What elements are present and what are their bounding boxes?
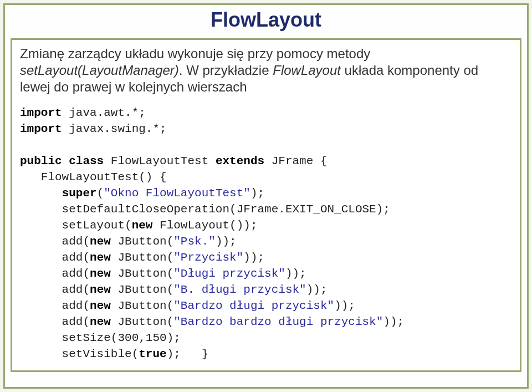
code-text: JButton( [111, 283, 173, 296]
code-text: add( [20, 299, 90, 312]
code-kw: new [90, 267, 111, 280]
code-text: )); [243, 251, 264, 264]
code-text: JButton( [111, 315, 173, 328]
code-text: FlowLayout()); [152, 219, 257, 232]
slide-outer-frame: FlowLayout Zmianę zarządcy układu wykonu… [3, 3, 529, 389]
code-kw: new [90, 251, 111, 264]
code-text: add( [20, 267, 90, 280]
code-text: add( [20, 235, 90, 248]
code-kw: new [90, 283, 111, 296]
code-text: add( [20, 251, 90, 264]
code-kw: import [20, 123, 62, 135]
code-string: "Przycisk" [173, 251, 243, 264]
code-string: "Psk." [173, 235, 216, 248]
intro-paragraph: Zmianę zarządcy układu wykonuje się przy… [20, 45, 512, 95]
code-kw: true [139, 348, 166, 360]
code-text: JButton( [111, 235, 173, 248]
code-string: "Bardzo bardzo długi przycisk" [173, 315, 383, 328]
code-block: import java.awt.*; import javax.swing.*;… [20, 105, 512, 363]
code-text: add( [20, 315, 90, 328]
code-text: ); [250, 187, 264, 200]
code-string: "Długi przycisk" [173, 267, 285, 280]
code-text: )); [216, 235, 237, 248]
code-text: )); [306, 283, 328, 296]
code-text: setLayout( [20, 219, 132, 232]
code-kw: new [90, 299, 111, 312]
code-text: javax.swing.*; [62, 123, 167, 135]
code-text: )); [383, 315, 404, 328]
code-text: setVisible( [20, 348, 139, 360]
code-kw: import [20, 106, 62, 119]
code-text: add( [20, 283, 90, 296]
intro-text-1: Zmianę zarządcy układu wykonuje się przy… [20, 46, 370, 61]
code-text: ); } [167, 348, 209, 360]
code-text: )); [334, 299, 355, 312]
slide-title: FlowLayout [211, 8, 321, 31]
code-text [20, 187, 62, 200]
code-text: FlowLayoutTest() { [20, 171, 167, 184]
code-text: JButton( [111, 299, 173, 312]
code-text: )); [285, 267, 306, 280]
title-row: FlowLayout [5, 5, 527, 37]
code-kw: new [132, 219, 153, 232]
code-kw: new [90, 315, 111, 328]
code-text: setDefaultCloseOperation(JFrame.EXIT_ON_… [20, 203, 390, 216]
code-text: FlowLayoutTest [104, 155, 216, 167]
code-string: "B. długi przycisk" [173, 283, 306, 296]
code-string: "Bardzo długi przycisk" [173, 299, 334, 312]
code-text: JButton( [111, 267, 173, 280]
code-kw: public class [20, 155, 104, 167]
intro-text-2: . W przykładzie [179, 63, 273, 78]
code-string: "Okno FlowLayoutTest" [104, 187, 250, 200]
code-text: setSize(300,150); [20, 332, 181, 344]
code-text: JButton( [111, 251, 173, 264]
code-kw: super [62, 187, 97, 200]
intro-classname: FlowLayout [273, 63, 341, 78]
intro-method-name: setLayout(LayoutManager) [20, 63, 179, 78]
code-kw: new [90, 235, 111, 248]
code-kw: extends [216, 155, 264, 167]
code-text: java.awt.*; [62, 106, 146, 119]
content-frame: Zmianę zarządcy układu wykonuje się przy… [11, 38, 521, 372]
code-text: JFrame { [264, 155, 327, 167]
code-text: ( [97, 187, 104, 200]
